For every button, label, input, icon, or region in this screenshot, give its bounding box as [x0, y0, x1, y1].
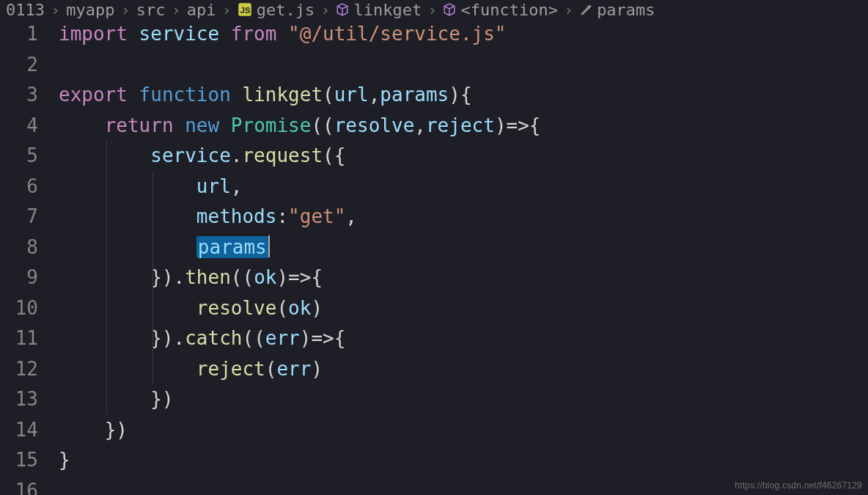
breadcrumb-label: api: [187, 1, 216, 19]
token: err: [265, 327, 300, 349]
cube-icon: [336, 3, 349, 16]
token: :: [276, 205, 288, 227]
breadcrumb-seg-7[interactable]: params: [579, 1, 655, 19]
breadcrumb-seg-4[interactable]: JS get.js: [238, 1, 315, 19]
line-number: 5: [0, 141, 51, 172]
token: ({: [323, 144, 345, 166]
svg-text:JS: JS: [240, 6, 250, 15]
code-line[interactable]: }): [59, 384, 868, 415]
js-file-icon: JS: [238, 2, 252, 17]
token: reject: [426, 114, 495, 136]
token: ok: [288, 297, 311, 319]
token: reject: [196, 358, 265, 380]
selection: params: [196, 236, 268, 258]
breadcrumb-seg-3[interactable]: api: [187, 1, 216, 19]
code-line[interactable]: }): [59, 415, 868, 446]
breadcrumb-seg-6[interactable]: <function>: [443, 1, 557, 19]
line-number: 12: [0, 354, 51, 385]
line-number: 4: [0, 111, 51, 142]
chevron-right-icon: ›: [221, 1, 231, 19]
line-number-gutter: 1 2 3 4 5 6 7 8 9 10 11 12 13 14 15 16: [0, 19, 51, 495]
breadcrumb: 0113 › myapp › src › api › JS get.js › l…: [0, 0, 868, 19]
line-number: 8: [0, 232, 51, 263]
token: }): [150, 388, 173, 410]
token: "@/util/service.js": [288, 23, 506, 45]
token: ok: [254, 266, 276, 288]
chevron-right-icon: ›: [427, 1, 437, 19]
code-line[interactable]: return new Promise((resolve,reject)=>{: [59, 111, 868, 142]
token: catch: [185, 327, 242, 349]
code-line[interactable]: export function linkget(url,params){: [59, 80, 868, 111]
token: export: [59, 84, 128, 106]
token: "get": [288, 205, 345, 227]
token: ,: [345, 205, 357, 227]
token: url: [196, 175, 231, 197]
code-line[interactable]: resolve(ok): [59, 293, 868, 324]
token: methods: [196, 205, 277, 227]
text-cursor: [268, 235, 270, 257]
breadcrumb-label: linkget: [353, 1, 422, 19]
token: .: [231, 144, 243, 166]
code-line[interactable]: methods:"get",: [59, 202, 868, 232]
chevron-right-icon: ›: [320, 1, 330, 19]
token: ){: [449, 84, 471, 106]
code-line[interactable]: [59, 50, 868, 81]
token: service: [139, 23, 220, 45]
watermark: https://blog.csdn.net/f46267129: [735, 480, 862, 491]
token: resolve: [196, 297, 277, 319]
token: err: [276, 358, 311, 380]
line-number: 7: [0, 202, 51, 232]
line-number: 14: [0, 415, 51, 446]
token: (: [276, 297, 288, 319]
chevron-right-icon: ›: [171, 1, 180, 19]
code-line[interactable]: params: [59, 232, 868, 263]
chevron-right-icon: ›: [564, 1, 573, 19]
code-line[interactable]: url,: [59, 172, 868, 202]
token: )=>{: [495, 114, 552, 136]
code-line[interactable]: }: [59, 445, 868, 476]
cube-icon: [443, 3, 456, 16]
token: import: [59, 23, 128, 45]
code-area[interactable]: 1 2 3 4 5 6 7 8 9 10 11 12 13 14 15 16 i…: [0, 19, 868, 495]
code-line[interactable]: }).catch((err)=>{: [59, 323, 868, 354]
breadcrumb-label: params: [597, 1, 655, 19]
breadcrumb-seg-2[interactable]: src: [136, 1, 166, 19]
code-line[interactable]: }).then((ok)=>{: [59, 263, 868, 293]
line-number: 9: [0, 263, 51, 293]
chevron-right-icon: ›: [51, 1, 60, 19]
token: url: [334, 84, 369, 106]
token: ): [311, 358, 323, 380]
token: then: [185, 266, 231, 288]
token: ,: [414, 114, 426, 136]
breadcrumb-seg-5[interactable]: linkget: [336, 1, 422, 19]
code-line[interactable]: service.request({: [59, 141, 868, 172]
breadcrumb-seg-0[interactable]: 0113: [6, 1, 45, 19]
token: ,: [369, 84, 380, 106]
code-line[interactable]: reject(err): [59, 354, 868, 385]
breadcrumb-seg-1[interactable]: myapp: [66, 1, 114, 19]
token: ,: [231, 175, 243, 197]
code-line[interactable]: import service from "@/util/service.js": [59, 19, 868, 50]
line-number: 16: [0, 476, 51, 496]
token: (: [323, 84, 334, 106]
code-lines[interactable]: import service from "@/util/service.js" …: [59, 19, 868, 495]
line-number: 3: [0, 80, 51, 111]
line-number: 11: [0, 323, 51, 354]
token: new: [185, 114, 219, 136]
breadcrumb-label: src: [136, 1, 166, 19]
code-editor: 0113 › myapp › src › api › JS get.js › l…: [0, 0, 868, 495]
token: ((: [242, 327, 265, 349]
token: }: [59, 449, 70, 471]
token: ): [311, 297, 323, 319]
token: }).: [150, 266, 185, 288]
token: )=>{: [300, 327, 357, 349]
token: from: [231, 23, 277, 45]
token: request: [242, 144, 323, 166]
token: params: [380, 84, 449, 106]
line-number: 1: [0, 19, 51, 50]
token: linkget: [242, 84, 323, 106]
chevron-right-icon: ›: [120, 1, 130, 19]
token: ((: [231, 266, 254, 288]
token: )=>{: [276, 266, 334, 288]
line-number: 2: [0, 50, 51, 81]
